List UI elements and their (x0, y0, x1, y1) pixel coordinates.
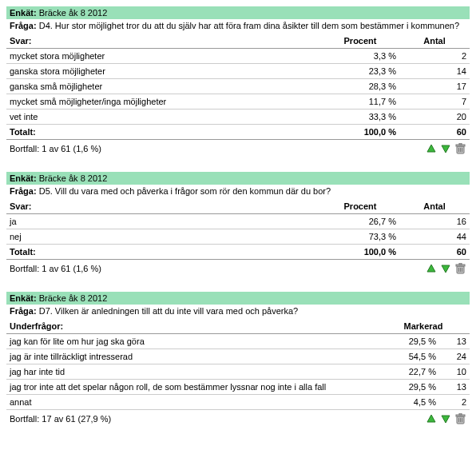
answer-antal: 2 (399, 49, 470, 64)
table-row: jag tror inte att det spelar någon roll,… (6, 380, 470, 395)
question-text: D5. Vill du vara med och påverka i frågo… (39, 186, 331, 196)
answer-procent: 11,7 % (321, 94, 399, 110)
table-row: jag har inte tid 22,7 % 10 (6, 364, 470, 380)
answer-procent: 3,3 % (321, 49, 399, 64)
sub-antal: 13 (439, 334, 470, 349)
survey-name: Bräcke åk 8 2012 (39, 173, 108, 183)
answer-antal: 14 (399, 64, 470, 79)
total-antal: 60 (399, 245, 470, 260)
svg-marker-1 (442, 145, 450, 153)
fraga-label: Fråga: (10, 306, 37, 316)
arrow-up-icon[interactable] (425, 412, 438, 425)
sub-label: jag har inte tid (6, 364, 377, 380)
answer-antal: 16 (399, 214, 470, 229)
svg-rect-4 (459, 143, 462, 145)
table-row: vet inte 33,3 % 20 (6, 110, 470, 125)
row-actions (425, 142, 466, 155)
sub-antal: 10 (439, 364, 470, 380)
total-label: Totalt: (6, 125, 321, 140)
svg-marker-8 (427, 265, 435, 272)
footer-row: Bortfall: 1 av 61 (1,6 %) (6, 140, 470, 157)
bortfall-text: Bortfall: 1 av 61 (1,6 %) (10, 144, 101, 153)
total-procent: 100,0 % (321, 125, 399, 140)
enkat-label: Enkät: (10, 8, 37, 18)
survey-header: Enkät: Bräcke åk 8 2012 (6, 172, 470, 185)
table-row: jag kan för lite om hur jag ska göra 29,… (6, 334, 470, 349)
survey-block: Enkät: Bräcke åk 8 2012Fråga: D4. Hur st… (6, 6, 470, 157)
answer-procent: 26,7 % (321, 214, 399, 229)
svg-marker-9 (442, 265, 450, 273)
answer-label: ganska stora möjligheter (6, 64, 321, 79)
col-svar: Svar: (6, 34, 321, 49)
question-row: Fråga: D5. Vill du vara med och påverka … (6, 185, 470, 199)
table-row: annat 4,5 % 2 (6, 395, 470, 410)
table-row: ganska stora möjligheter 23,3 % 14 (6, 64, 470, 79)
question-row: Fråga: D7. Vilken är anledningen till at… (6, 305, 470, 319)
sub-procent: 54,5 % (377, 349, 439, 364)
fraga-label: Fråga: (10, 21, 37, 30)
table-row: mycket små möjligheter/inga möjligheter … (6, 94, 470, 110)
table-row: mycket stora möjligheter 3,3 % 2 (6, 49, 470, 64)
arrow-down-icon[interactable] (439, 142, 452, 155)
arrow-up-icon[interactable] (425, 262, 438, 275)
answer-label: ganska små möjligheter (6, 79, 321, 94)
col-svar: Svar: (6, 199, 321, 214)
row-actions (425, 412, 466, 425)
sub-procent: 4,5 % (377, 395, 439, 410)
sub-procent: 29,5 % (377, 380, 439, 395)
answer-antal: 20 (399, 110, 470, 125)
arrow-down-icon[interactable] (439, 412, 452, 425)
answers-table: Underfrågor: Markerad jag kan för lite o… (6, 319, 470, 410)
enkat-label: Enkät: (10, 293, 37, 303)
trash-icon[interactable] (454, 262, 466, 275)
footer-row: Bortfall: 1 av 61 (1,6 %) (6, 260, 470, 277)
trash-icon[interactable] (454, 142, 466, 155)
col-antal: Antal (399, 199, 470, 214)
survey-header: Enkät: Bräcke åk 8 2012 (6, 6, 470, 19)
question-text: D7. Vilken är anledningen till att du in… (39, 306, 298, 316)
svg-marker-17 (442, 416, 450, 423)
table-row: jag är inte tillräckligt intresserad 54,… (6, 349, 470, 364)
sub-label: jag kan för lite om hur jag ska göra (6, 334, 377, 349)
fraga-label: Fråga: (10, 186, 37, 196)
sub-antal: 24 (439, 349, 470, 364)
svg-rect-20 (459, 413, 462, 415)
answer-label: mycket små möjligheter/inga möjligheter (6, 94, 321, 110)
sub-procent: 29,5 % (377, 334, 439, 349)
trash-icon[interactable] (454, 412, 466, 425)
answer-antal: 44 (399, 229, 470, 245)
answers-table: Svar: Procent Antal ja 26,7 % 16 nej 73,… (6, 199, 470, 260)
sub-antal: 2 (439, 395, 470, 410)
sub-label: annat (6, 395, 377, 410)
table-row: nej 73,3 % 44 (6, 229, 470, 245)
total-row: Totalt: 100,0 % 60 (6, 245, 470, 260)
survey-name: Bräcke åk 8 2012 (39, 8, 108, 18)
survey-block: Enkät: Bräcke åk 8 2012Fråga: D7. Vilken… (6, 292, 470, 428)
question-row: Fråga: D4. Hur stor möjlighet tror du at… (6, 19, 470, 34)
col-procent: Procent (321, 199, 399, 214)
answer-label: vet inte (6, 110, 321, 125)
answer-procent: 73,3 % (321, 229, 399, 245)
total-label: Totalt: (6, 245, 321, 260)
answer-label: ja (6, 214, 321, 229)
col-markerad: Markerad (377, 319, 470, 334)
table-row: ja 26,7 % 16 (6, 214, 470, 229)
arrow-up-icon[interactable] (425, 142, 438, 155)
answers-table: Svar: Procent Antal mycket stora möjligh… (6, 34, 470, 140)
bortfall-text: Bortfall: 1 av 61 (1,6 %) (10, 264, 101, 273)
sub-procent: 22,7 % (377, 364, 439, 380)
answer-antal: 7 (399, 94, 470, 110)
col-procent: Procent (321, 34, 399, 49)
svg-marker-0 (427, 145, 435, 152)
col-underfragor: Underfrågor: (6, 319, 377, 334)
question-text: D4. Hur stor möjlighet tror du att du sj… (39, 21, 459, 30)
col-antal: Antal (399, 34, 470, 49)
sub-label: jag tror inte att det spelar någon roll,… (6, 380, 377, 395)
table-row: ganska små möjligheter 28,3 % 17 (6, 79, 470, 94)
survey-block: Enkät: Bräcke åk 8 2012Fråga: D5. Vill d… (6, 172, 470, 277)
row-actions (425, 262, 466, 275)
footer-row: Bortfall: 17 av 61 (27,9 %) (6, 410, 470, 428)
total-procent: 100,0 % (321, 245, 399, 260)
arrow-down-icon[interactable] (439, 262, 452, 275)
total-antal: 60 (399, 125, 470, 140)
